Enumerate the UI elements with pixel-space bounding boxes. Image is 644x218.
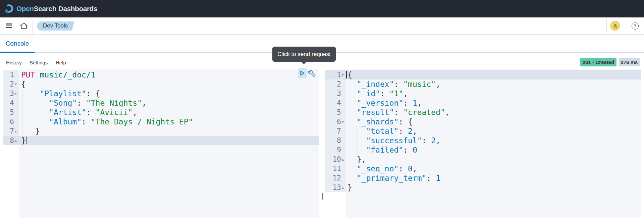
fold-toggle-icon[interactable]: ▴ <box>14 126 19 136</box>
line-number: 13 <box>333 183 341 192</box>
divider <box>626 19 626 32</box>
fold-toggle-icon[interactable]: ▾ <box>341 117 346 126</box>
code-line[interactable]: 1▾{ <box>325 70 641 79</box>
menu-history[interactable]: History <box>6 60 22 65</box>
code-text[interactable]: "Artist": "Avicii", <box>19 108 319 117</box>
code-line[interactable]: 4 "_version": 1, <box>325 98 641 108</box>
code-line[interactable]: 7 "total": 2, <box>325 126 641 136</box>
request-actions <box>298 68 316 78</box>
opensearch-logo[interactable]: OpenSearchDashboards <box>4 4 97 14</box>
line-number: 2 <box>337 79 341 89</box>
home-button[interactable] <box>17 20 31 32</box>
code-text[interactable]: "failed": 0 <box>346 145 641 155</box>
code-text[interactable]: "_shards": { <box>346 117 641 126</box>
gutter-cell: 6 <box>3 117 19 126</box>
line-number: 9 <box>337 145 341 155</box>
code-text[interactable]: "_index": "music", <box>346 79 641 89</box>
line-number: 5 <box>10 108 14 117</box>
gutter-cell: 3 <box>325 89 346 98</box>
code-text[interactable]: "_seq_no": 0, <box>346 164 641 173</box>
line-number: 6 <box>337 117 341 126</box>
gutter-cell: 6▾ <box>325 117 346 126</box>
code-text[interactable]: } <box>346 183 641 192</box>
navigation-bar: Dev Tools a ? <box>0 17 644 35</box>
fold-toggle-icon[interactable]: ▾ <box>14 79 19 89</box>
question-icon: ? <box>634 23 637 29</box>
request-options-button[interactable] <box>308 69 316 77</box>
gutter-cell: 10▴ <box>325 155 346 164</box>
code-text[interactable]: "total": 2, <box>346 126 641 136</box>
code-text[interactable]: "successful": 2, <box>346 136 641 145</box>
code-line[interactable]: 1PUT music/_doc/1 <box>3 70 319 79</box>
code-line[interactable]: 12 "_primary_term": 1 <box>325 173 641 183</box>
code-text[interactable]: PUT music/_doc/1 <box>19 70 319 79</box>
fold-toggle-icon[interactable]: ▴ <box>14 136 19 145</box>
menu-help[interactable]: Help <box>56 60 66 65</box>
code-text[interactable]: "_id": "1", <box>346 89 641 98</box>
menu-toggle-button[interactable] <box>3 20 15 32</box>
code-line[interactable]: 5 "Artist": "Avicii", <box>3 108 319 117</box>
status-code-badge: 201 - Created <box>580 58 616 66</box>
response-editor[interactable]: 1▾{2 "_index": "music",3 "_id": "1",4 "_… <box>325 69 641 218</box>
breadcrumb-dev-tools[interactable]: Dev Tools <box>37 21 73 31</box>
code-text[interactable]: { <box>346 70 641 79</box>
home-icon <box>19 21 28 30</box>
code-text[interactable]: "_primary_term": 1 <box>346 173 641 183</box>
gutter-cell: 5 <box>325 108 346 117</box>
code-line[interactable]: 6▾ "_shards": { <box>325 117 641 126</box>
user-avatar[interactable]: a <box>610 21 620 31</box>
divider <box>606 19 607 32</box>
code-line[interactable]: 4 "Song": "The Nights", <box>3 98 319 108</box>
tooltip-text: Click to send request <box>277 51 331 58</box>
code-line[interactable]: 3 "_id": "1", <box>325 89 641 98</box>
gutter-cell: 1▾ <box>325 70 346 79</box>
menu-settings[interactable]: Settings <box>30 60 48 65</box>
code-line[interactable]: 8▴} <box>3 136 319 145</box>
global-header: OpenSearchDashboards <box>0 0 644 17</box>
code-line[interactable]: 5 "result": "created", <box>325 108 641 117</box>
code-text[interactable]: } <box>19 136 319 145</box>
code-line[interactable]: 8 "successful": 2, <box>325 136 641 145</box>
fold-toggle-icon[interactable]: ▾ <box>341 70 346 79</box>
code-line[interactable]: 9 "failed": 0 <box>325 145 641 155</box>
code-line[interactable]: 3▾ "Playlist": { <box>3 89 319 98</box>
send-request-tooltip: Click to send request <box>272 47 336 62</box>
code-text[interactable]: "Song": "The Nights", <box>19 98 319 108</box>
line-number: 7 <box>10 126 14 136</box>
tab-console[interactable]: Console <box>0 35 35 53</box>
wrench-icon <box>308 70 315 77</box>
code-line[interactable]: 11 "_seq_no": 0, <box>325 164 641 173</box>
line-number: 7 <box>337 126 341 136</box>
code-line[interactable]: 6 "Album": "The Days / Nights EP" <box>3 117 319 126</box>
line-number: 5 <box>337 108 341 117</box>
panel-resize-handle[interactable] <box>320 193 324 200</box>
code-text[interactable]: "result": "created", <box>346 108 641 117</box>
line-number: 3 <box>337 89 341 98</box>
help-button[interactable]: ? <box>632 22 639 30</box>
fold-toggle-icon[interactable]: ▴ <box>341 155 346 164</box>
code-text[interactable]: "Playlist": { <box>19 89 319 98</box>
code-line[interactable]: 10▴ }, <box>325 155 641 164</box>
gutter-cell: 4 <box>325 98 346 108</box>
code-line[interactable]: 2▾{ <box>3 79 319 89</box>
request-editor[interactable]: 1PUT music/_doc/12▾{3▾ "Playlist": {4 "S… <box>3 69 319 218</box>
gutter-cell: 12 <box>325 173 346 183</box>
code-text[interactable]: "_version": 1, <box>346 98 641 108</box>
gutter-cell: 9 <box>325 145 346 155</box>
fold-toggle-icon[interactable]: ▴ <box>341 183 346 192</box>
code-line[interactable]: 7▴ } <box>3 126 319 136</box>
code-line[interactable]: 13▴} <box>325 183 641 192</box>
gutter-cell: 8▴ <box>3 136 19 145</box>
code-line[interactable]: 2 "_index": "music", <box>325 79 641 89</box>
indent-guide <box>22 89 22 136</box>
breadcrumb-label: Dev Tools <box>43 22 68 29</box>
line-number: 11 <box>333 164 341 173</box>
send-request-button[interactable] <box>298 68 307 78</box>
play-icon <box>299 70 305 76</box>
code-text[interactable]: }, <box>346 155 641 164</box>
code-text[interactable]: } <box>19 126 319 136</box>
code-text[interactable]: { <box>19 79 319 89</box>
fold-toggle-icon[interactable]: ▾ <box>14 89 19 98</box>
code-text[interactable]: "Album": "The Days / Nights EP" <box>19 117 319 126</box>
line-number: 4 <box>337 98 341 108</box>
